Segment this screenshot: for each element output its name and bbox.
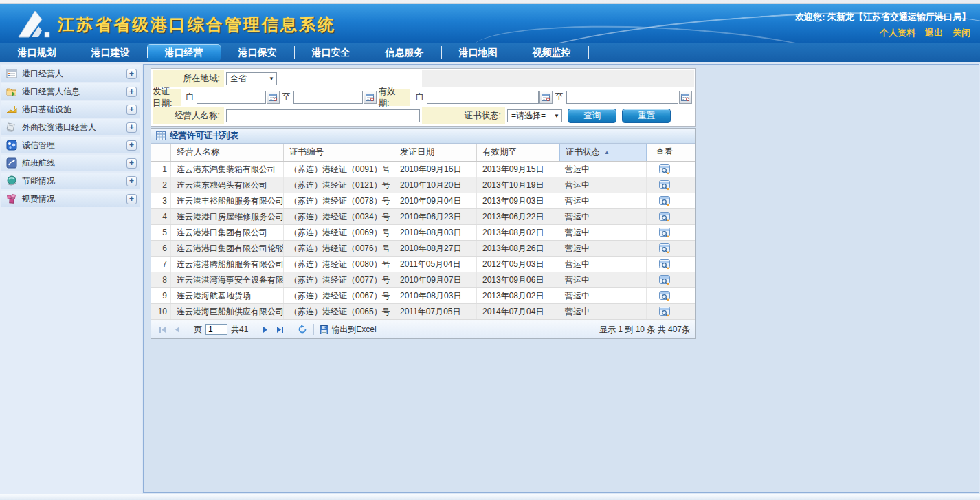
reset-button[interactable]: 重置 xyxy=(622,109,671,123)
cell-certificate-no: （苏连）港经证（0078）号 xyxy=(284,193,394,208)
calendar-icon[interactable] xyxy=(364,91,377,104)
search-row-dates: 发证日期: 自 至 有效期: 自 至 xyxy=(153,89,694,106)
row-index: 10 xyxy=(151,304,171,319)
logout-link[interactable]: 退出 xyxy=(925,27,943,39)
cell-issue-date: 2010年09月04日 xyxy=(394,193,477,208)
next-page-button[interactable] xyxy=(260,324,271,335)
operator-name-input[interactable] xyxy=(226,109,420,122)
tab-port-construction[interactable]: 港口建设 xyxy=(74,43,147,62)
sidebar-item-port-infrastructure[interactable]: 港口基础设施 + xyxy=(1,101,140,118)
page-number-input[interactable] xyxy=(205,324,227,335)
grid-title: 经营许可证书列表 xyxy=(170,130,238,142)
tab-port-safety[interactable]: 港口安全 xyxy=(294,43,368,62)
issue-date-from-input[interactable] xyxy=(197,91,266,104)
cell-filler xyxy=(682,304,695,319)
cell-operator-name: 连云港港口房屋维修服务公司 xyxy=(171,209,284,224)
validity-to-input[interactable] xyxy=(566,91,678,104)
view-detail-button[interactable] xyxy=(647,209,682,224)
view-detail-button[interactable] xyxy=(647,225,682,240)
chevron-down-icon: ▼ xyxy=(262,76,274,82)
cell-status: 营运中 xyxy=(559,272,647,287)
refresh-icon[interactable] xyxy=(297,324,308,335)
column-header-operator-name[interactable]: 经营人名称 xyxy=(171,144,284,161)
column-header-status[interactable]: 证书状态 ▲ xyxy=(559,144,647,161)
cell-operator-name: 连云港港口集团有限公司 xyxy=(171,225,284,240)
expand-plus-button[interactable]: + xyxy=(126,69,137,79)
cell-status: 营运中 xyxy=(559,177,647,193)
cell-certificate-no: （苏连）港经证（0069）号 xyxy=(284,225,394,240)
cell-status: 营运中 xyxy=(559,162,647,177)
query-button[interactable]: 查询 xyxy=(568,109,616,123)
calendar-icon[interactable] xyxy=(267,91,280,104)
column-header-issue-date[interactable]: 发证日期 xyxy=(394,144,477,161)
row-index: 6 xyxy=(151,241,171,256)
issue-date-to-input[interactable] xyxy=(293,91,363,104)
column-header-index xyxy=(151,144,171,161)
expand-plus-button[interactable]: + xyxy=(126,194,137,204)
calendar-icon[interactable] xyxy=(539,91,553,104)
view-magnifier-icon xyxy=(659,259,670,270)
footer-strip xyxy=(0,494,980,500)
calendar-icon[interactable] xyxy=(679,91,692,104)
column-header-certificate-no[interactable]: 证书编号 xyxy=(284,144,394,161)
tab-video-monitoring[interactable]: 视频监控 xyxy=(515,43,588,62)
cell-issue-date: 2010年10月20日 xyxy=(394,177,477,193)
expand-plus-button[interactable]: + xyxy=(126,140,137,151)
view-detail-button[interactable] xyxy=(647,162,682,177)
view-detail-button[interactable] xyxy=(647,304,682,319)
chevron-down-icon: ▼ xyxy=(547,113,559,119)
view-magnifier-icon xyxy=(659,196,670,206)
expand-plus-button[interactable]: + xyxy=(126,122,137,133)
sidebar-item-fees[interactable]: 规费情况 + xyxy=(1,191,140,207)
export-excel-button[interactable]: 输出到Excel xyxy=(320,324,376,336)
first-page-button[interactable] xyxy=(157,324,168,335)
cell-operator-name: 连云港东鸿集装箱有限公司 xyxy=(171,162,284,177)
sidebar-item-foreign-invested-operator[interactable]: 外商投资港口经营人 + xyxy=(1,119,140,135)
sidebar-item-label: 外商投资港口经营人 xyxy=(22,122,96,133)
close-link[interactable]: 关闭 xyxy=(953,27,970,39)
sidebar-item-label: 节能情况 xyxy=(22,175,55,187)
operator-name-label: 经营人名称: xyxy=(153,107,224,124)
view-detail-button[interactable] xyxy=(647,193,682,208)
validity-from-input[interactable] xyxy=(427,91,539,104)
row-index: 3 xyxy=(151,193,171,208)
last-page-button[interactable] xyxy=(274,324,285,335)
sidebar-item-integrity-management[interactable]: 诚信管理 + xyxy=(1,137,140,153)
cell-status: 营运中 xyxy=(559,193,647,208)
cell-certificate-no: （苏连）港经证（0076）号 xyxy=(284,241,394,256)
view-detail-button[interactable] xyxy=(647,177,682,193)
expand-plus-button[interactable]: + xyxy=(126,87,137,97)
expand-plus-button[interactable]: + xyxy=(126,105,137,115)
cell-certificate-no: （苏连）港经证（0091）号 xyxy=(284,162,394,177)
tab-port-security[interactable]: 港口保安 xyxy=(221,43,294,62)
tab-port-planning[interactable]: 港口规划 xyxy=(0,43,74,62)
cell-operator-name: 连云港港腾船舶服务有限公司 xyxy=(171,257,284,272)
route-icon xyxy=(6,157,17,169)
cell-valid-until: 2014年07月04日 xyxy=(477,304,559,319)
sidebar-item-flight-routes[interactable]: 航班航线 + xyxy=(1,155,140,171)
column-header-valid-until[interactable]: 有效期至 xyxy=(477,144,559,161)
sidebar-item-port-operator[interactable]: 港口经营人 + xyxy=(1,65,140,82)
expand-plus-button[interactable]: + xyxy=(126,176,137,186)
view-detail-button[interactable] xyxy=(647,257,682,272)
region-select[interactable]: 全省 ▼ xyxy=(226,72,277,85)
tab-port-map[interactable]: 港口地图 xyxy=(441,43,515,62)
certificate-status-select[interactable]: =请选择= ▼ xyxy=(507,109,562,122)
tab-information-service[interactable]: 信息服务 xyxy=(368,43,441,62)
view-detail-button[interactable] xyxy=(647,288,682,303)
tab-port-operation[interactable]: 港口经营 xyxy=(147,44,221,61)
cell-issue-date: 2010年08月27日 xyxy=(394,241,477,256)
profile-link[interactable]: 个人资料 xyxy=(880,27,915,39)
integrity-icon xyxy=(6,140,17,151)
sidebar-item-port-operator-info[interactable]: 港口经营人信息 + xyxy=(1,83,140,100)
expand-plus-button[interactable]: + xyxy=(126,158,137,169)
previous-page-button[interactable] xyxy=(171,324,182,335)
view-detail-button[interactable] xyxy=(647,241,682,256)
sidebar-item-energy-saving[interactable]: 节能情况 + xyxy=(1,173,140,189)
cell-valid-until: 2012年05月03日 xyxy=(477,257,559,272)
view-magnifier-icon xyxy=(659,243,670,254)
view-detail-button[interactable] xyxy=(647,272,682,287)
form-icon xyxy=(6,68,17,79)
row-index: 4 xyxy=(151,209,171,224)
main-nav: 港口规划 港口建设 港口经营 港口保安 港口安全 信息服务 港口地图 视频监控 xyxy=(0,43,980,62)
